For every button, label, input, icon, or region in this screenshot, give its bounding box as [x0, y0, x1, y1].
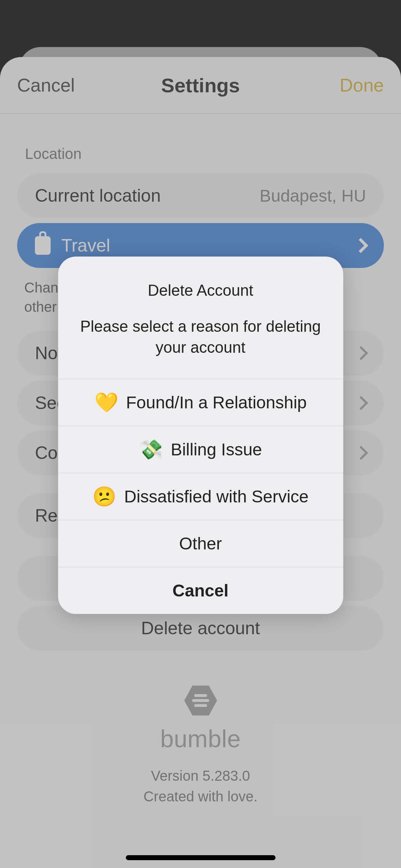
- dialog-title: Delete Account: [79, 281, 322, 299]
- reason-billing-issue[interactable]: 💸 Billing Issue: [58, 426, 343, 473]
- dialog-cancel-button[interactable]: Cancel: [58, 567, 343, 614]
- phone-frame: Cancel Settings Done Location Current lo…: [0, 0, 401, 868]
- heart-icon: 💛: [94, 393, 118, 412]
- dialog-header: Delete Account Please select a reason fo…: [58, 257, 343, 379]
- money-icon: 💸: [139, 440, 163, 459]
- option-label: Dissatisfied with Service: [124, 487, 309, 506]
- home-indicator[interactable]: [126, 855, 276, 860]
- reason-found-relationship[interactable]: 💛 Found/In a Relationship: [58, 379, 343, 426]
- option-label: Found/In a Relationship: [126, 393, 307, 412]
- dialog-subtitle: Please select a reason for deleting your…: [79, 316, 322, 358]
- option-label: Cancel: [173, 581, 228, 600]
- delete-account-dialog: Delete Account Please select a reason fo…: [58, 257, 343, 614]
- option-label: Other: [179, 534, 222, 553]
- reason-other[interactable]: Other: [58, 520, 343, 567]
- option-label: Billing Issue: [171, 440, 262, 459]
- reason-dissatisfied[interactable]: 😕 Dissatisfied with Service: [58, 473, 343, 520]
- confused-face-icon: 😕: [92, 487, 116, 506]
